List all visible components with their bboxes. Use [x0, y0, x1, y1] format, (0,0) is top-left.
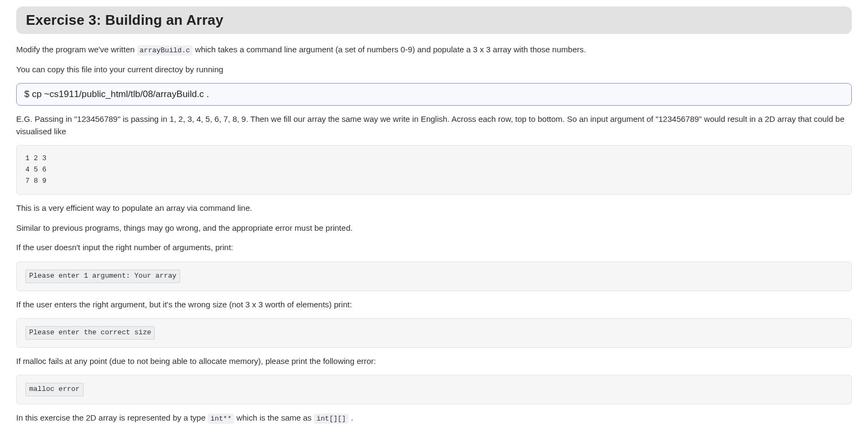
malloc-error-message: malloc error [25, 383, 84, 396]
malloc-error-block: malloc error [16, 375, 852, 404]
exercise-title: Exercise 3: Building an Array [26, 12, 842, 29]
closing-before: In this exercise the 2D array is represe… [16, 413, 208, 422]
malloc-instruction: If malloc fails at any point (due to not… [16, 355, 852, 368]
filename-code: arrayBuild.c [137, 45, 193, 56]
closing-paragraph: In this exercise the 2D array is represe… [16, 412, 852, 424]
intro-text-after: which takes a command line argument (a s… [193, 45, 586, 54]
closing-after: . [348, 413, 353, 422]
argcount-error-block: Please enter 1 argument: Your array [16, 262, 852, 291]
exercise-header: Exercise 3: Building an Array [16, 6, 852, 34]
type-code-1: int** [208, 414, 234, 424]
copy-command-block: $ cp ~cs1911/public_html/tlb/08/arrayBui… [16, 83, 852, 106]
argcount-error-message: Please enter 1 argument: Your array [25, 270, 180, 283]
argcount-instruction: If the user doesn't input the right numb… [16, 242, 852, 254]
copy-command-text: $ cp ~cs1911/public_html/tlb/08/arrayBui… [24, 89, 209, 99]
matrix-visualization: 1 2 3 4 5 6 7 8 9 [16, 145, 852, 195]
example-explanation: E.G. Passing in "123456789" is passing i… [16, 113, 852, 137]
wrongsize-instruction: If the user enters the right argument, b… [16, 299, 852, 311]
efficient-note: This is a very efficient way to populate… [16, 202, 852, 215]
exercise-document: Exercise 3: Building an Array Modify the… [0, 6, 868, 424]
wrongsize-error-message: Please enter the correct size [25, 326, 155, 340]
wrongsize-error-block: Please enter the correct size [16, 318, 852, 348]
closing-mid: which is the same as [234, 413, 314, 422]
copy-instruction-text: You can copy this file into your current… [16, 64, 852, 76]
intro-paragraph: Modify the program we've written arrayBu… [16, 44, 852, 56]
error-handling-intro: Similar to previous programs, things may… [16, 222, 852, 235]
type-code-2: int[][] [314, 414, 349, 424]
intro-text-before: Modify the program we've written [16, 45, 137, 54]
